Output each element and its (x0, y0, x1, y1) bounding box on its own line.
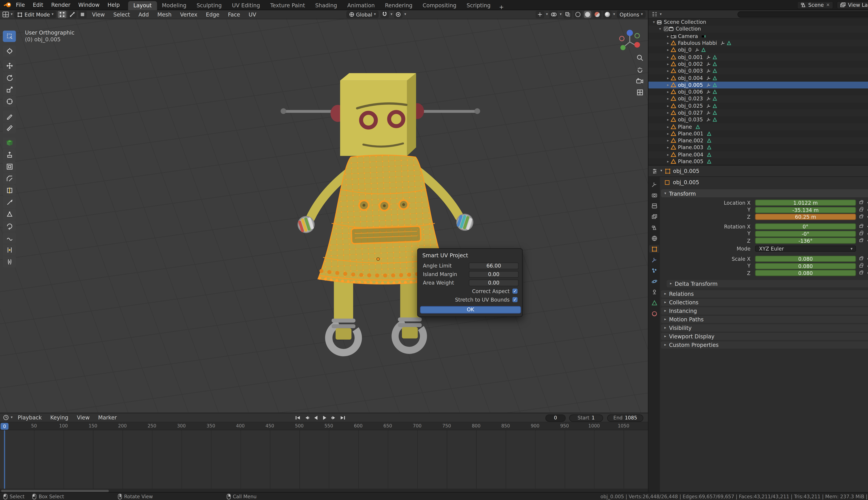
menu-add[interactable]: Add (135, 11, 152, 18)
menu-edit[interactable]: Edit (29, 0, 47, 10)
tab-material[interactable] (649, 309, 659, 318)
playhead[interactable]: 0 (1, 423, 9, 430)
outliner-item-collection[interactable]: ▾ ✓ Collection (649, 26, 868, 33)
rotation-x-field[interactable]: 0° (755, 224, 856, 230)
tab-rendering[interactable]: Rendering (380, 1, 418, 10)
tab-layout[interactable]: Layout (128, 1, 157, 10)
outliner-item-obj-0-004[interactable]: ▸obj_0.004 (649, 75, 868, 81)
tab-texture-paint[interactable]: Texture Paint (265, 1, 310, 10)
unlink-scene-icon[interactable]: × (826, 2, 830, 7)
menu-playback[interactable]: Playback (14, 414, 45, 421)
outliner-item-obj-0[interactable]: ▸obj_0 (649, 46, 868, 54)
cursor-tool[interactable] (3, 45, 16, 57)
breadcrumb-object[interactable]: obj_0.005 (673, 168, 699, 174)
knife-tool[interactable] (3, 197, 16, 208)
previous-keyframe-button[interactable] (303, 414, 311, 421)
tab-scripting[interactable]: Scripting (461, 1, 495, 10)
keyframe-diamond-icon[interactable] (867, 257, 868, 261)
rip-region-tool[interactable] (3, 256, 16, 268)
disclosure-icon[interactable]: ▸ (665, 55, 671, 59)
collection-checkbox[interactable]: ✓ (664, 27, 669, 32)
menu-uv[interactable]: UV (245, 11, 260, 18)
shading-dropdown-icon[interactable]: ▾ (613, 13, 615, 16)
keyframe-diamond-icon[interactable] (867, 232, 868, 236)
tab-scene[interactable] (649, 224, 659, 231)
perspective-icon[interactable] (636, 89, 643, 96)
outliner-item-obj-0-005[interactable]: ▸obj_0.005 (649, 81, 868, 88)
lock-icon[interactable] (859, 232, 863, 235)
tab-object-data[interactable] (649, 299, 659, 307)
panel-relations[interactable]: ▸Relations (661, 290, 868, 298)
face-select-mode-button[interactable] (79, 11, 87, 18)
next-keyframe-button[interactable] (330, 414, 338, 421)
editor-type-dropdown-icon[interactable]: ▾ (11, 416, 13, 419)
menu-marker[interactable]: Marker (95, 414, 120, 421)
tab-uv-editing[interactable]: UV Editing (227, 1, 265, 10)
gizmo-dropdown-icon[interactable]: ▾ (546, 13, 548, 16)
playhead-line[interactable] (4, 430, 5, 492)
island-margin-field[interactable]: 0.00 (469, 271, 518, 277)
tab-modifiers[interactable] (649, 256, 659, 264)
disclosure-icon[interactable]: ▸ (665, 83, 671, 87)
menu-keying[interactable]: Keying (47, 414, 72, 421)
object-name[interactable]: obj_0.005 (673, 179, 699, 185)
menu-render[interactable]: Render (47, 0, 74, 10)
measure-tool[interactable] (3, 122, 16, 134)
scale-y-field[interactable]: 0.080 (755, 263, 856, 269)
disclosure-icon[interactable]: ▸ (665, 76, 671, 80)
keyframe-diamond-icon[interactable] (867, 215, 868, 219)
disclosure-icon[interactable]: ▸ (665, 138, 671, 143)
lock-icon[interactable] (859, 216, 863, 218)
inset-tool[interactable] (3, 161, 16, 172)
panel-delta-transform[interactable]: ▸Delta Transform (667, 280, 868, 287)
clock-icon[interactable] (3, 414, 9, 421)
outliner-item-obj-0-006[interactable]: ▸obj_0.006 (649, 88, 868, 95)
loop-cut-tool[interactable] (3, 185, 16, 196)
lock-icon[interactable] (859, 264, 863, 268)
move-tool[interactable] (3, 60, 16, 71)
tab-physics[interactable] (649, 277, 659, 285)
mode-selector[interactable]: Edit Mode ▾ (14, 11, 56, 18)
disclosure-icon[interactable]: ▸ (665, 104, 671, 108)
panel-custom-properties[interactable]: ▸Custom Properties (661, 341, 868, 349)
keyframe-diamond-icon[interactable] (867, 208, 868, 212)
snap-dropdown-icon[interactable]: ▾ (391, 13, 392, 16)
timeline-tracks[interactable] (0, 430, 648, 492)
angle-limit-field[interactable]: 66.00 (469, 262, 518, 269)
tab-view-layer[interactable] (649, 213, 659, 220)
current-frame-field[interactable]: 0 (545, 414, 566, 421)
editor-type-icon[interactable] (2, 11, 9, 18)
area-weight-field[interactable]: 0.00 (469, 279, 518, 286)
keyframe-diamond-icon[interactable] (867, 239, 868, 243)
scrollbar-handle[interactable] (1, 490, 109, 492)
outliner-item-plane-001[interactable]: ▸Plane.001 (649, 130, 868, 137)
disclosure-icon[interactable]: ▸ (665, 41, 671, 45)
disclosure-icon[interactable]: ▾ (658, 27, 663, 32)
menu-view[interactable]: View (89, 11, 108, 18)
disclosure-icon[interactable]: ▸ (665, 48, 671, 52)
panel-motion-paths[interactable]: ▸Motion Paths (661, 316, 868, 323)
tab-modeling[interactable]: Modeling (157, 1, 192, 10)
editor-type-dropdown-icon[interactable]: ▾ (660, 169, 662, 173)
spin-tool[interactable] (3, 220, 16, 232)
location-y-field[interactable]: -35.134 m (755, 207, 856, 213)
outliner-item-scene-collection[interactable]: ▾ Scene Collection (649, 19, 868, 26)
outliner-item-plane-002[interactable]: ▸Plane.002 (649, 137, 868, 144)
tab-sculpting[interactable]: Sculpting (192, 1, 227, 10)
outliner-item-obj-0-035[interactable]: ▸obj_0.035 (649, 116, 868, 123)
menu-file[interactable]: File (12, 0, 29, 10)
panel-collections[interactable]: ▸Collections (661, 299, 868, 306)
jump-to-end-button[interactable] (339, 414, 347, 421)
menu-help[interactable]: Help (103, 0, 124, 10)
view-layer-selector[interactable]: View Layer × (837, 1, 868, 9)
editor-type-dropdown-icon[interactable]: ▾ (660, 12, 662, 16)
menu-edge[interactable]: Edge (203, 11, 223, 18)
rotate-tool[interactable] (3, 72, 16, 83)
keyframe-diamond-icon[interactable] (867, 201, 868, 205)
disclosure-icon[interactable]: ▸ (665, 96, 671, 101)
vertex-select-mode-button[interactable] (58, 11, 67, 18)
menu-mesh[interactable]: Mesh (154, 11, 175, 18)
search-input[interactable] (738, 11, 868, 18)
rotation-y-field[interactable]: -0° (755, 230, 856, 237)
shading-wireframe-button[interactable] (574, 11, 582, 18)
